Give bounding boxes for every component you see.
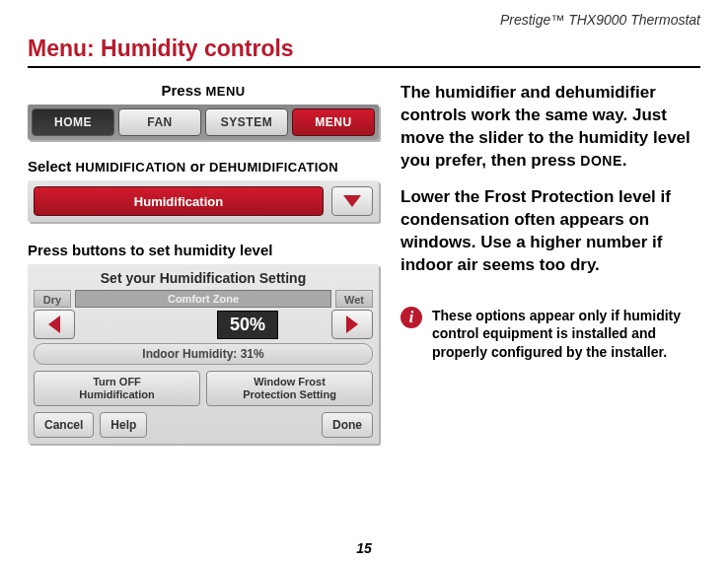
menu-item-row: Humidification xyxy=(28,180,379,222)
select-or: or xyxy=(186,158,209,175)
frost-line1: Window Frost xyxy=(254,376,326,387)
body-paragraph-2: Lower the Frost Protection level if cond… xyxy=(400,186,700,277)
cancel-button[interactable]: Cancel xyxy=(34,412,94,438)
tab-fan[interactable]: FAN xyxy=(118,108,201,136)
instruction-press-buttons: Press buttons to set humidity level xyxy=(28,242,379,258)
press-menu-prefix: Press xyxy=(162,82,206,99)
select-dehum-label: DEHUMIDIFICATION xyxy=(209,160,338,175)
humidification-menu-item[interactable]: Humidification xyxy=(34,186,324,216)
press-menu-label: MENU xyxy=(206,84,246,99)
chevron-right-icon xyxy=(346,316,358,333)
info-note: i These options appear only if humidity … xyxy=(400,307,700,363)
instruction-select: Select HUMIDIFICATION or DEHUMIDIFICATIO… xyxy=(28,158,379,175)
menu-scroll-down-button[interactable] xyxy=(331,186,373,216)
page-number: 15 xyxy=(0,540,728,556)
page-title: Menu: Humidity controls xyxy=(28,35,700,68)
frost-protection-button[interactable]: Window Frost Protection Setting xyxy=(206,371,373,406)
p1b: . xyxy=(622,151,627,170)
info-text: These options appear only if humidity co… xyxy=(432,307,700,363)
body-paragraph-1: The humidifier and dehumidifier controls… xyxy=(400,82,700,173)
select-prefix: Select xyxy=(28,158,75,175)
tab-home[interactable]: HOME xyxy=(32,108,114,136)
humidity-slider[interactable]: Comfort Zone xyxy=(75,290,331,308)
info-icon: i xyxy=(400,307,422,328)
increase-humidity-button[interactable] xyxy=(331,310,373,339)
done-button[interactable]: Done xyxy=(322,412,373,438)
turn-off-line2: Humidification xyxy=(79,388,154,400)
slider-label-wet: Wet xyxy=(335,290,373,308)
decrease-humidity-button[interactable] xyxy=(34,310,75,339)
humidification-screen-title: Set your Humidification Setting xyxy=(34,270,373,286)
humidity-value: 50% xyxy=(217,311,278,339)
help-button[interactable]: Help xyxy=(100,412,147,438)
indoor-humidity-readout: Indoor Humidity: 31% xyxy=(34,343,373,365)
select-hum-label: HUMIDIFICATION xyxy=(75,160,185,175)
bottom-row-spacer xyxy=(153,412,316,438)
slider-value-area: 50% xyxy=(79,310,328,339)
chevron-left-icon xyxy=(48,316,60,333)
chevron-down-icon xyxy=(343,195,361,207)
tab-system[interactable]: SYSTEM xyxy=(205,108,288,136)
frost-line2: Protection Setting xyxy=(243,388,336,400)
turn-off-humidification-button[interactable]: Turn OFF Humidification xyxy=(34,371,200,406)
header-product: Prestige™ THX9000 Thermostat xyxy=(28,12,700,35)
p1a: The humidifier and dehumidifier controls… xyxy=(400,83,691,170)
tab-menu[interactable]: MENU xyxy=(292,108,375,136)
slider-label-dry: Dry xyxy=(34,290,71,308)
instruction-press-menu: Press MENU xyxy=(28,82,379,99)
thermostat-tabbar: HOME FAN SYSTEM MENU xyxy=(28,105,379,140)
turn-off-line1: Turn OFF xyxy=(93,376,141,387)
humidification-screen: Set your Humidification Setting Dry Comf… xyxy=(28,264,379,444)
p1-done-label: DONE xyxy=(580,153,621,169)
